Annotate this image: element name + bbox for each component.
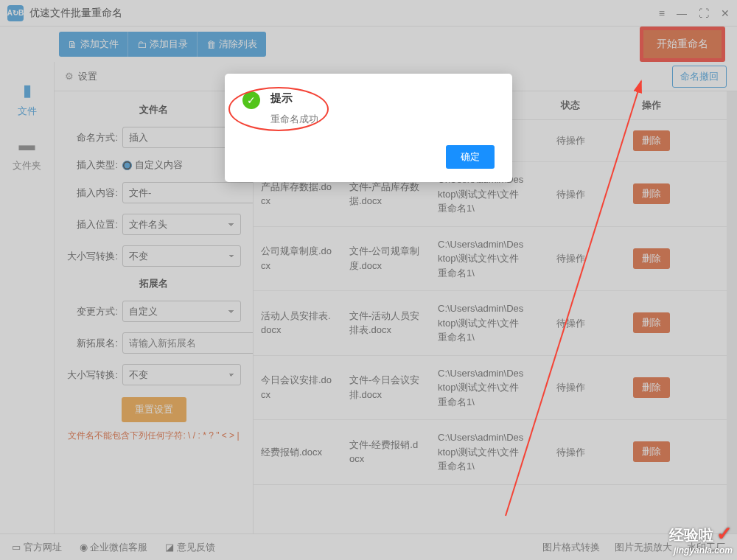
- success-check-icon: ✓: [242, 91, 260, 109]
- modal-title: 提示: [270, 91, 318, 105]
- confirm-modal: ✓ 提示 重命名成功 确定: [225, 74, 512, 182]
- modal-message: 重命名成功: [270, 113, 318, 126]
- modal-ok-button[interactable]: 确定: [446, 145, 495, 169]
- svg-line-0: [506, 81, 641, 516]
- page-watermark: 经验啦 ✓ jingyanla.com: [669, 522, 733, 556]
- modal-overlay: ✓ 提示 重命名成功 确定: [0, 0, 737, 560]
